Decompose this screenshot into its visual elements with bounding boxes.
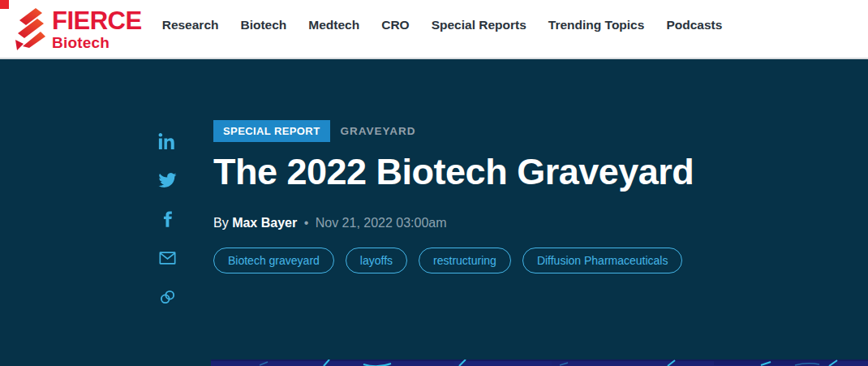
tag-row: Biotech graveyard layoffs restructuring …	[213, 248, 830, 273]
facebook-share-icon[interactable]	[158, 210, 177, 228]
byline-prefix: By	[213, 216, 229, 230]
nav-item-special-reports[interactable]: Special Reports	[432, 18, 526, 32]
corner-accent	[0, 0, 9, 9]
logo-brand-text: FIERCE	[52, 8, 142, 33]
byline: By Max Bayer • Nov 21, 2022 03:00am	[213, 216, 830, 230]
author-link[interactable]: Max Bayer	[232, 216, 297, 230]
nav-item-podcasts[interactable]: Podcasts	[666, 18, 722, 32]
social-share-rail	[158, 132, 177, 306]
tag-restructuring[interactable]: restructuring	[419, 248, 511, 273]
nav-item-medtech[interactable]: Medtech	[308, 18, 359, 32]
logo-sub-text: Biotech	[52, 35, 142, 50]
kicker-row: SPECIAL REPORT GRAVEYARD	[213, 120, 830, 142]
fierce-biotech-logo[interactable]: FIERCE Biotech	[11, 7, 142, 51]
twitter-share-icon[interactable]	[158, 171, 177, 189]
byline-separator: •	[304, 216, 309, 230]
publish-date: Nov 21, 2022 03:00am	[316, 216, 447, 230]
nav-item-cro[interactable]: CRO	[381, 18, 409, 32]
email-share-icon[interactable]	[158, 249, 177, 267]
special-report-badge[interactable]: SPECIAL REPORT	[213, 120, 330, 142]
hero-illustration-top-edge	[211, 360, 868, 366]
copy-link-icon[interactable]	[158, 288, 177, 306]
tag-layoffs[interactable]: layoffs	[346, 248, 407, 273]
linkedin-share-icon[interactable]	[158, 132, 177, 150]
article-head: SPECIAL REPORT GRAVEYARD The 2022 Biotec…	[213, 120, 830, 273]
tag-diffusion-pharmaceuticals[interactable]: Diffusion Pharmaceuticals	[522, 248, 683, 273]
article-hero: SPECIAL REPORT GRAVEYARD The 2022 Biotec…	[0, 61, 868, 366]
tag-biotech-graveyard[interactable]: Biotech graveyard	[213, 248, 334, 273]
fierce-logo-icon	[11, 7, 45, 51]
main-nav: Research Biotech Medtech CRO Special Rep…	[162, 18, 723, 32]
article-title: The 2022 Biotech Graveyard	[213, 153, 830, 191]
site-header: FIERCE Biotech Research Biotech Medtech …	[0, 0, 868, 59]
nav-item-trending-topics[interactable]: Trending Topics	[548, 18, 645, 32]
nav-item-research[interactable]: Research	[162, 18, 219, 32]
nav-item-biotech[interactable]: Biotech	[240, 18, 286, 32]
category-label[interactable]: GRAVEYARD	[341, 125, 416, 137]
